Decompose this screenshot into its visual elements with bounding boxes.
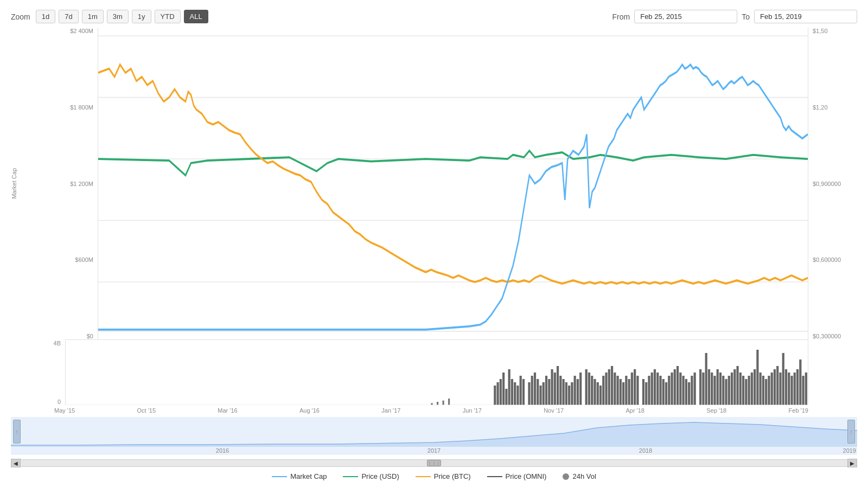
- x-label-1: Oct '15: [137, 407, 156, 414]
- svg-rect-15: [508, 369, 510, 405]
- svg-rect-110: [790, 376, 793, 405]
- svg-rect-84: [717, 369, 719, 405]
- svg-rect-26: [542, 382, 545, 405]
- svg-rect-22: [531, 376, 533, 405]
- scroll-right-button[interactable]: ▶: [847, 459, 857, 467]
- scroll-grip[interactable]: ⋮⋮⋮: [427, 460, 441, 466]
- legend-price-omni-line: [487, 476, 502, 477]
- svg-rect-78: [699, 369, 701, 405]
- navigator-svg: [11, 417, 857, 447]
- zoom-ytd[interactable]: YTD: [155, 10, 181, 23]
- svg-rect-107: [782, 353, 784, 405]
- svg-rect-69: [671, 373, 673, 405]
- svg-rect-108: [785, 369, 787, 405]
- to-date-input[interactable]: [754, 10, 857, 23]
- svg-rect-74: [685, 379, 687, 405]
- svg-rect-89: [731, 373, 733, 405]
- legend: Market Cap Price (USD) Price (BTC) Price…: [11, 468, 857, 483]
- to-label: To: [742, 12, 750, 21]
- svg-rect-101: [765, 379, 767, 405]
- y-left-val-0: $2 400M: [70, 28, 93, 34]
- scroll-track[interactable]: ⋮⋮⋮: [21, 459, 847, 467]
- nav-year-2017: 2017: [427, 447, 441, 454]
- svg-rect-71: [676, 366, 679, 405]
- zoom-1m[interactable]: 1m: [82, 10, 104, 23]
- svg-rect-54: [625, 376, 627, 405]
- svg-rect-104: [774, 369, 776, 405]
- x-label-9: Feb '19: [789, 407, 808, 414]
- zoom-1d[interactable]: 1d: [36, 10, 55, 23]
- svg-rect-95: [748, 376, 750, 405]
- svg-rect-29: [551, 369, 553, 405]
- svg-rect-109: [788, 373, 790, 405]
- svg-rect-52: [620, 379, 622, 405]
- legend-price-omni-label: Price (OMNI): [506, 472, 547, 480]
- navigator-left-handle[interactable]: ⋮: [13, 420, 21, 444]
- svg-rect-79: [702, 373, 704, 405]
- scroll-left-button[interactable]: ◀: [11, 459, 21, 467]
- svg-rect-82: [711, 373, 713, 405]
- svg-rect-34: [565, 382, 567, 405]
- chart-area: Market Cap $2 400M $1 800M $1 200M $600M…: [11, 28, 857, 468]
- svg-rect-98: [756, 350, 758, 405]
- svg-rect-30: [554, 373, 556, 405]
- svg-rect-55: [628, 379, 630, 405]
- legend-vol-dot: [563, 473, 569, 480]
- svg-rect-8: [443, 401, 444, 405]
- svg-rect-91: [736, 366, 738, 405]
- legend-vol-label: 24h Vol: [572, 472, 596, 480]
- svg-rect-105: [776, 366, 778, 405]
- legend-price-usd-line: [343, 476, 358, 477]
- svg-rect-31: [557, 366, 559, 405]
- zoom-1y[interactable]: 1y: [132, 10, 151, 23]
- svg-rect-44: [597, 382, 599, 405]
- svg-rect-50: [614, 373, 616, 405]
- zoom-label: Zoom: [11, 12, 30, 21]
- zoom-all[interactable]: ALL: [184, 10, 208, 23]
- y-axis-left: $2 400M $1 800M $1 200M $600M $0: [54, 28, 98, 339]
- legend-price-btc-line: [416, 476, 431, 477]
- legend-market-cap: Market Cap: [272, 472, 327, 480]
- svg-rect-114: [802, 376, 804, 405]
- y-left-val-2: $1 200M: [70, 181, 93, 187]
- nav-year-2018: 2018: [639, 447, 652, 454]
- zoom-7d[interactable]: 7d: [59, 10, 78, 23]
- date-range: From To: [612, 10, 857, 23]
- svg-rect-24: [537, 379, 539, 405]
- y-right-val-1: $1,20: [813, 104, 828, 111]
- x-label-4: Jan '17: [381, 407, 400, 414]
- legend-price-btc-label: Price (BTC): [434, 472, 471, 480]
- svg-rect-23: [534, 373, 536, 405]
- vol-y-high: 4B: [54, 340, 61, 346]
- y-left-val-4: $0: [87, 333, 93, 339]
- svg-rect-28: [548, 379, 550, 405]
- svg-rect-72: [679, 373, 681, 405]
- navigator-right-handle[interactable]: ⋮: [847, 420, 855, 444]
- svg-rect-48: [608, 369, 610, 405]
- main-chart: Market Cap $2 400M $1 800M $1 200M $600M…: [11, 28, 857, 339]
- navigator[interactable]: 2016 2017 2018 2019 ⋮ ⋮: [11, 417, 857, 455]
- x-label-7: Apr '18: [626, 407, 644, 414]
- chart-svg-wrapper[interactable]: [98, 28, 808, 339]
- y-right-val-0: $1,50: [813, 28, 828, 34]
- zoom-3m[interactable]: 3m: [107, 10, 129, 23]
- price-usd-line: [98, 151, 808, 175]
- svg-rect-102: [768, 376, 770, 405]
- svg-rect-103: [771, 373, 773, 405]
- y-right-val-3: $0,600000: [813, 256, 841, 263]
- svg-rect-96: [751, 373, 753, 405]
- scrollbar[interactable]: ◀ ⋮⋮⋮ ▶: [11, 458, 857, 468]
- legend-24h-vol: 24h Vol: [563, 472, 596, 480]
- svg-rect-21: [528, 382, 530, 405]
- y-left-val-1: $1 800M: [70, 104, 93, 111]
- svg-rect-76: [691, 376, 693, 405]
- svg-rect-38: [577, 379, 579, 405]
- svg-rect-13: [502, 373, 505, 405]
- y-axis-left-label: Market Cap: [11, 168, 17, 199]
- svg-rect-36: [571, 382, 573, 405]
- svg-rect-47: [605, 373, 607, 405]
- svg-rect-32: [559, 376, 561, 405]
- svg-rect-73: [682, 376, 684, 405]
- svg-rect-86: [722, 376, 724, 405]
- from-date-input[interactable]: [634, 10, 737, 23]
